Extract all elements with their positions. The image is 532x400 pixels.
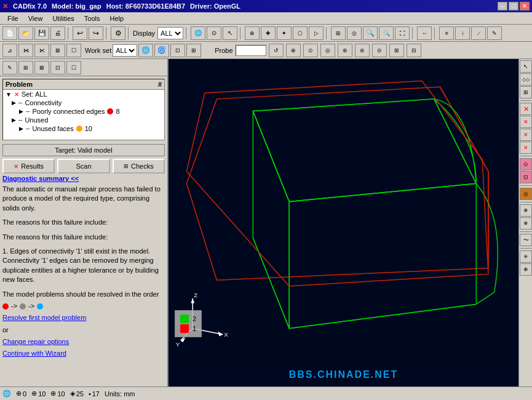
workset-btn1[interactable]: 🌐: [138, 44, 153, 57]
rt-orange-btn[interactable]: ◎: [520, 188, 532, 200]
rt-stars-btn2[interactable]: ✵: [520, 217, 532, 230]
lt-btn3[interactable]: ⊠: [34, 61, 49, 74]
probe-btn8[interactable]: ⊞: [389, 44, 404, 57]
probe-btn5[interactable]: ⊛: [338, 44, 352, 57]
tree-unused[interactable]: ▶ ─ Unused: [3, 116, 164, 124]
rt-red-btn4[interactable]: ✕: [520, 142, 532, 154]
extra-btn3[interactable]: ⟋: [471, 26, 486, 40]
separator3: [128, 27, 130, 39]
viewport[interactable]: Z X Y 2 1 BB: [169, 59, 518, 386]
snap-btn3[interactable]: ✦: [277, 26, 292, 40]
diagnostic-title[interactable]: Diagnostic summary <<: [2, 175, 165, 182]
rt-diamond-btn[interactable]: ◇◇: [520, 73, 532, 86]
print-button[interactable]: 🖨: [50, 26, 65, 40]
scan-button[interactable]: Scan: [57, 159, 109, 174]
menu-help[interactable]: Help: [105, 14, 129, 23]
arrow2: ->: [28, 302, 34, 311]
problem-label: Problem: [6, 81, 33, 88]
tree-poorly-connected[interactable]: ▶ ─ Poorly connected edges 8: [3, 107, 164, 116]
workset-btn4[interactable]: ⊞: [186, 44, 201, 57]
cursor-btn[interactable]: ↖: [223, 26, 237, 40]
extra-btn4[interactable]: ✎: [487, 26, 502, 40]
menu-file[interactable]: File: [2, 14, 23, 23]
lt-btn1[interactable]: ✎: [2, 61, 17, 74]
view-btn3[interactable]: ⊞: [331, 26, 346, 40]
probe-btn2[interactable]: ⊕: [286, 44, 301, 57]
rt-wave-btn[interactable]: 〜: [520, 234, 532, 246]
redo-button[interactable]: ↪: [89, 26, 103, 40]
value17-label: •: [89, 390, 91, 398]
rt-star-btn[interactable]: ✳: [520, 250, 532, 263]
undo-button[interactable]: ↩: [73, 26, 87, 40]
extra-btn2[interactable]: ⟊: [455, 26, 470, 40]
tree-unused-faces[interactable]: ▶ ─ Unused faces 10: [3, 124, 164, 133]
new-button[interactable]: 📄: [2, 26, 17, 40]
rt-pink-btn2[interactable]: ⊡: [520, 171, 532, 183]
probe-btn6[interactable]: ⊜: [355, 44, 370, 57]
results-button[interactable]: ✕ Results: [2, 159, 55, 174]
lt-btn2[interactable]: ⊞: [18, 61, 33, 74]
rt-snowflake-btn[interactable]: ❄: [520, 263, 532, 276]
view-btn1[interactable]: 🌐: [191, 26, 205, 40]
resolve-link[interactable]: Resolve first model problem: [2, 313, 165, 322]
tool-btn1[interactable]: ⚙: [111, 26, 125, 40]
rt-red-btn1[interactable]: ✕: [520, 103, 532, 115]
rt-cursor-btn[interactable]: ↖: [520, 60, 532, 73]
titlebar-controls[interactable]: ─ □ ✕: [498, 2, 530, 10]
workset-btn2[interactable]: 🌀: [154, 44, 169, 57]
snap-btn4[interactable]: ⬡: [293, 26, 308, 40]
maximize-button[interactable]: □: [509, 2, 518, 10]
workset-select[interactable]: ALL: [113, 44, 137, 57]
rt-stars-btn1[interactable]: ✵: [520, 204, 532, 217]
rt-grid-btn[interactable]: ⊞: [520, 86, 532, 98]
workset-btn3[interactable]: ⊡: [170, 44, 185, 57]
lt-btn4[interactable]: ⊡: [50, 61, 65, 74]
snap-btn1[interactable]: ⊕: [245, 26, 260, 40]
checks-button[interactable]: ⊞ Checks: [113, 159, 165, 174]
left-tb-btn4[interactable]: ⊠: [50, 44, 65, 57]
probe-btn7[interactable]: ⊝: [372, 44, 387, 57]
lt-btn5[interactable]: ☐: [66, 61, 81, 74]
probe-btn3[interactable]: ⊙: [303, 44, 318, 57]
separator2: [106, 27, 108, 39]
rt-red-btn3[interactable]: ✕: [520, 129, 532, 141]
snap-btn2[interactable]: ✚: [261, 26, 276, 40]
set-label: Set: ALL: [22, 90, 47, 98]
order-dot-red: [2, 303, 9, 310]
tree-connectivity[interactable]: ▶ ─ Connectivity: [3, 98, 164, 107]
menu-tools[interactable]: Tools: [79, 14, 105, 23]
probe-btn4[interactable]: ◎: [320, 44, 335, 57]
rt-red-btn2[interactable]: ✕: [520, 116, 532, 128]
view-btn2[interactable]: ⊙: [207, 26, 221, 40]
save-button[interactable]: 💾: [34, 26, 49, 40]
probe-btn1[interactable]: ↺: [269, 44, 284, 57]
count-label: #: [158, 81, 162, 88]
axis-btn[interactable]: ↔: [417, 26, 432, 40]
close-button[interactable]: ✕: [520, 2, 530, 10]
wizard-link[interactable]: Continue with Wizard: [2, 349, 165, 358]
view-btn4[interactable]: ◎: [347, 26, 362, 40]
3d-model-svg: Z X Y: [169, 59, 518, 386]
zoom-in[interactable]: 🔍: [363, 26, 378, 40]
rt-sep1: [520, 100, 532, 101]
left-tb-btn1[interactable]: ⊿: [2, 44, 17, 57]
display-select[interactable]: ALL: [157, 27, 183, 39]
unused-face-count: 10: [85, 125, 92, 132]
menu-utilities[interactable]: Utilities: [47, 14, 79, 23]
probe-btn9[interactable]: ⊟: [407, 44, 421, 57]
zoom-out[interactable]: 🔍: [379, 26, 394, 40]
extra-btn1[interactable]: ≡: [439, 26, 454, 40]
minimize-button[interactable]: ─: [498, 2, 507, 10]
rt-pink-btn1[interactable]: ⊙: [520, 158, 532, 170]
left-tb-btn5[interactable]: ☐: [66, 44, 81, 57]
repair-options-link[interactable]: Change repair options: [2, 337, 165, 346]
menu-view[interactable]: View: [23, 14, 48, 23]
tree-set[interactable]: ▼ ✕ Set: ALL: [3, 90, 164, 98]
left-tb-btn3[interactable]: ⋉: [34, 44, 49, 57]
snap-btn5[interactable]: ▷: [309, 26, 324, 40]
titlebar: ✕ CADfix 7.0 Model: big_gap Host: 8F6073…: [0, 0, 532, 12]
left-tb-btn2[interactable]: ⋈: [18, 44, 33, 57]
probe-input[interactable]: [236, 45, 266, 56]
open-button[interactable]: 📂: [18, 26, 33, 40]
zoom-fit[interactable]: ⛶: [395, 26, 410, 40]
